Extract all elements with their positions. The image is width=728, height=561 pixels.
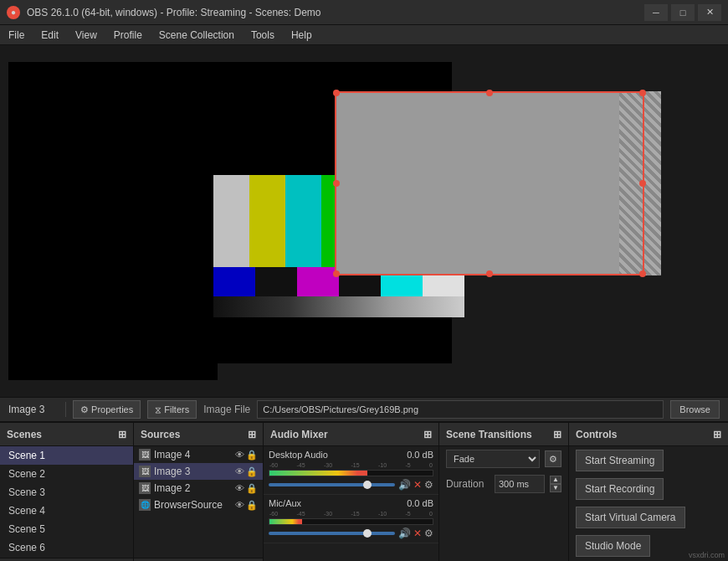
file-path-input[interactable] [257, 400, 664, 419]
scenes-list: Scene 1 Scene 2 Scene 3 Scene 4 Scene 5 … [0, 446, 133, 558]
audio-track-desktop: Desktop Audio 0.0 dB -60-45-30-15-10-50 … [264, 446, 438, 495]
desktop-audio-meter [269, 470, 433, 476]
mic-settings-icon[interactable]: ⚙ [424, 528, 433, 539]
transitions-icon: ⊞ [553, 429, 561, 440]
scene-item-2[interactable]: Scene 2 [0, 465, 133, 483]
controls-panel: Controls ⊞ Start Streaming Start Recordi… [569, 423, 728, 561]
source-lock-icon-image2[interactable]: 🔒 [246, 483, 258, 494]
source-eye-icon-browser[interactable]: 👁 [235, 500, 244, 511]
mic-meter-fill [269, 519, 302, 524]
browse-button[interactable]: Browse [670, 400, 720, 419]
transition-settings-button[interactable]: ⚙ [545, 450, 561, 467]
audio-tracks: Desktop Audio 0.0 dB -60-45-30-15-10-50 … [264, 446, 438, 561]
preview-area [0, 45, 728, 397]
scene-item-4[interactable]: Scene 4 [0, 502, 133, 520]
menu-file[interactable]: File [0, 25, 33, 45]
controls-icon: ⊞ [713, 429, 721, 440]
duration-down-button[interactable]: ▼ [550, 484, 561, 492]
bottom-panels: Scenes ⊞ Scene 1 Scene 2 Scene 3 Scene 4… [0, 422, 728, 561]
mic-meter-ticks: -60-45-30-15-10-50 [269, 511, 433, 517]
desktop-audio-label: Desktop Audio [269, 450, 328, 460]
scenes-panel-header: Scenes ⊞ [0, 423, 133, 446]
properties-button[interactable]: ⚙ Properties [73, 400, 141, 419]
scene-transitions-panel: Scene Transitions ⊞ Fade Cut Swipe Slide… [439, 423, 569, 561]
sources-label: Sources [141, 429, 180, 440]
filters-button[interactable]: ⧖ Filters [147, 400, 197, 419]
source-bar: Image 3 ⚙ Properties ⧖ Filters Image Fil… [0, 397, 728, 422]
minimize-button[interactable]: ─ [644, 4, 668, 21]
start-virtual-camera-button[interactable]: Start Virtual Camera [576, 507, 685, 528]
desktop-slider-row: 🔊 ✕ ⚙ [269, 479, 433, 491]
window-title: OBS 26.1.0 (64-bit, windows) - Profile: … [27, 7, 644, 18]
bar-bot-black [255, 267, 297, 296]
sources-panel: Sources ⊞ 🖼 Image 4 👁 🔒 🖼 Image 3 👁 🔒 [134, 423, 264, 561]
grey-panel [335, 91, 644, 275]
scene-item-3[interactable]: Scene 3 [0, 483, 133, 502]
transitions-content: Fade Cut Swipe Slide Stinger Luma Wipe ⚙… [439, 446, 568, 561]
audio-mixer-label: Audio Mixer [270, 429, 328, 440]
close-button[interactable]: ✕ [698, 4, 721, 21]
mic-audio-meter [269, 518, 433, 525]
source-eye-icon-image3[interactable]: 👁 [235, 466, 244, 477]
source-item-image2[interactable]: 🖼 Image 2 👁 🔒 [134, 480, 263, 497]
menu-view[interactable]: View [67, 25, 105, 45]
menu-help[interactable]: Help [283, 25, 320, 45]
bar-cyan [285, 175, 321, 267]
mic-slider-row: 🔊 ✕ ⚙ [269, 528, 433, 539]
source-item-image3[interactable]: 🖼 Image 3 👁 🔒 [134, 463, 263, 480]
transitions-label: Scene Transitions [446, 429, 532, 440]
menu-profile[interactable]: Profile [105, 25, 151, 45]
source-label-image3: Image 3 [154, 466, 232, 477]
source-item-browser[interactable]: 🌐 BrowserSource 👁 🔒 [134, 497, 263, 513]
controls-label: Controls [576, 429, 617, 440]
source-label-browser: BrowserSource [154, 499, 232, 511]
scenes-lock-icon: ⊞ [118, 429, 126, 440]
desktop-mute-icon[interactable]: 🔊 [398, 479, 411, 491]
mic-audio-slider[interactable] [269, 532, 395, 535]
source-lock-icon-browser[interactable]: 🔒 [246, 500, 258, 511]
menu-tools[interactable]: Tools [243, 25, 283, 45]
source-lock-icon-image4[interactable]: 🔒 [246, 450, 258, 461]
maximize-button[interactable]: □ [671, 4, 695, 21]
scenes-panel-footer: + − ∧ ∨ [0, 558, 133, 561]
title-bar: ● OBS 26.1.0 (64-bit, windows) - Profile… [0, 0, 728, 25]
desktop-settings-icon[interactable]: ⚙ [424, 479, 433, 491]
duration-input[interactable] [495, 475, 545, 493]
source-lock-icon-image3[interactable]: 🔒 [246, 466, 258, 477]
separator [65, 402, 66, 417]
scene-canvas [0, 45, 728, 397]
desktop-audio-slider[interactable] [269, 483, 395, 486]
bar-bot-mag [297, 267, 339, 296]
source-item-image4[interactable]: 🖼 Image 4 👁 🔒 [134, 446, 263, 463]
scene-item-1[interactable]: Scene 1 [0, 446, 133, 465]
menu-edit[interactable]: Edit [33, 25, 67, 45]
source-eye-icon-image2[interactable]: 👁 [235, 483, 244, 494]
controls-panel-header: Controls ⊞ [569, 423, 728, 446]
start-recording-button[interactable]: Start Recording [576, 478, 664, 500]
transition-type-select[interactable]: Fade Cut Swipe Slide Stinger Luma Wipe [446, 450, 540, 468]
selected-source-name: Image 3 [8, 404, 59, 415]
scene-item-6[interactable]: Scene 6 [0, 538, 133, 557]
source-eye-icon-image4[interactable]: 👁 [235, 450, 244, 461]
sources-lock-icon: ⊞ [248, 429, 256, 440]
watermark: vsxdri.com [689, 551, 725, 559]
menu-scene-collection[interactable]: Scene Collection [151, 25, 243, 45]
bar-yellow [249, 175, 285, 267]
start-streaming-button[interactable]: Start Streaming [576, 450, 664, 471]
desktop-audio-db: 0.0 dB [407, 450, 433, 460]
mic-mute-toggle[interactable]: ✕ [413, 528, 422, 539]
menu-bar: File Edit View Profile Scene Collection … [0, 25, 728, 45]
source-thumb-image2: 🖼 [139, 482, 151, 494]
scene-item-5[interactable]: Scene 5 [0, 520, 133, 538]
desktop-meter-ticks: -60-45-30-15-10-50 [269, 462, 433, 468]
desktop-mute-toggle[interactable]: ✕ [413, 479, 422, 491]
controls-content: Start Streaming Start Recording Start Vi… [569, 446, 728, 561]
audio-track-mic: Mic/Aux 0.0 dB -60-45-30-15-10-50 🔊 ✕ ⚙ [264, 495, 438, 543]
dark-left [8, 62, 218, 380]
app-icon: ● [7, 6, 20, 19]
studio-mode-button[interactable]: Studio Mode [576, 535, 650, 557]
duration-up-button[interactable]: ▲ [550, 476, 561, 484]
mic-mute-icon[interactable]: 🔊 [398, 528, 411, 539]
duration-spinner: ▲ ▼ [550, 476, 561, 492]
scenes-label: Scenes [7, 429, 42, 440]
